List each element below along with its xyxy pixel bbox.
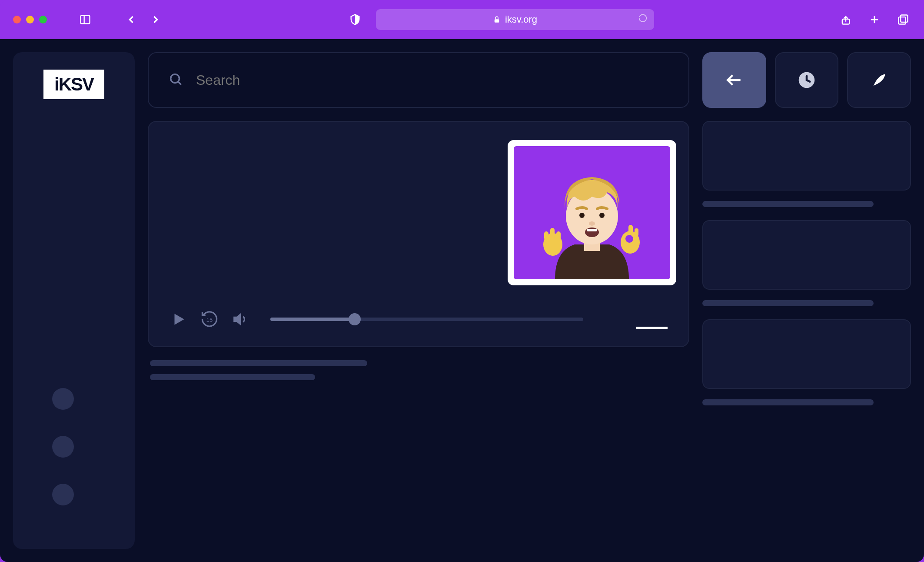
new-tab-button[interactable] [867, 12, 882, 27]
search-bar[interactable] [148, 52, 689, 108]
logo-text: iKSV [54, 74, 93, 95]
action-buttons [702, 52, 911, 108]
svg-rect-6 [901, 15, 907, 22]
back-button[interactable] [123, 12, 139, 27]
replay-button[interactable]: 15 [200, 310, 219, 329]
skeleton-line [150, 360, 367, 366]
compose-button[interactable] [847, 52, 911, 108]
sign-language-overlay[interactable] [508, 140, 676, 285]
search-input[interactable] [196, 72, 370, 88]
share-icon [840, 13, 852, 26]
svg-rect-20 [556, 231, 561, 240]
lock-icon [493, 16, 501, 23]
skeleton-line [702, 399, 874, 405]
share-button[interactable] [838, 12, 854, 27]
search-icon [168, 72, 183, 88]
sidebar: iKSV [13, 52, 135, 549]
volume-button[interactable] [232, 311, 249, 328]
video-info [148, 360, 689, 380]
window-controls [13, 16, 47, 23]
address-bar[interactable]: iksv.org [376, 9, 654, 30]
progress-fill [270, 318, 355, 321]
svg-rect-23 [628, 225, 633, 234]
sidebar-icon [79, 13, 91, 26]
refresh-icon [638, 13, 648, 23]
play-icon [170, 311, 187, 328]
volume-icon [232, 311, 249, 328]
close-window-button[interactable] [13, 16, 21, 23]
forward-button[interactable] [148, 12, 163, 27]
refresh-button[interactable] [638, 13, 648, 26]
back-action-button[interactable] [702, 52, 766, 108]
skeleton-line [702, 300, 874, 306]
svg-text:15: 15 [206, 317, 213, 323]
svg-point-8 [171, 74, 179, 83]
progress-thumb[interactable] [349, 313, 361, 325]
sidebar-toggle-button[interactable] [77, 12, 93, 27]
tabs-overview-button[interactable] [895, 12, 911, 27]
svg-point-13 [599, 213, 605, 218]
video-accent-line [636, 327, 668, 329]
browser-toolbar: iksv.org [0, 0, 924, 39]
right-column [702, 52, 911, 549]
svg-point-12 [579, 213, 585, 218]
svg-marker-25 [175, 314, 184, 324]
sidebar-item[interactable] [52, 484, 74, 505]
video-controls: 15 [162, 301, 675, 333]
chevron-left-icon [125, 13, 137, 26]
sidebar-item[interactable] [52, 436, 74, 458]
side-card[interactable] [702, 319, 911, 389]
signer-avatar-icon [531, 153, 653, 279]
sidebar-item[interactable] [52, 388, 74, 410]
maximize-window-button[interactable] [39, 16, 47, 23]
progress-bar[interactable] [270, 318, 583, 321]
svg-rect-7 [899, 17, 906, 24]
svg-rect-0 [81, 16, 90, 24]
replay-icon: 15 [200, 310, 219, 329]
svg-rect-18 [550, 228, 555, 238]
play-button[interactable] [170, 311, 187, 328]
svg-rect-19 [544, 231, 548, 240]
svg-point-14 [589, 221, 595, 226]
side-section [702, 121, 911, 207]
shield-icon [349, 13, 361, 26]
plus-icon [868, 13, 881, 26]
skeleton-line [150, 374, 315, 380]
sign-language-video [514, 146, 670, 279]
side-card[interactable] [702, 220, 911, 290]
svg-rect-24 [635, 228, 638, 236]
feather-icon [871, 71, 888, 89]
side-section [702, 220, 911, 306]
skeleton-line [702, 201, 874, 207]
privacy-shield-button[interactable] [347, 12, 363, 27]
arrow-left-icon [725, 70, 744, 90]
svg-line-9 [178, 82, 181, 85]
svg-rect-2 [495, 19, 499, 23]
sidebar-nav [26, 388, 122, 532]
video-player: 15 [148, 121, 689, 347]
minimize-window-button[interactable] [26, 16, 34, 23]
history-button[interactable] [775, 52, 839, 108]
url-text: iksv.org [505, 14, 537, 25]
app-container: iKSV [0, 39, 924, 562]
svg-rect-16 [587, 229, 597, 231]
chevron-right-icon [150, 13, 162, 26]
main-content: 15 [148, 52, 911, 549]
side-card[interactable] [702, 121, 911, 191]
svg-point-22 [625, 235, 633, 243]
clock-icon [797, 70, 816, 90]
side-section [702, 319, 911, 405]
svg-marker-27 [234, 314, 240, 324]
center-column: 15 [148, 52, 689, 549]
tabs-icon [897, 13, 909, 26]
logo[interactable]: iKSV [43, 70, 104, 99]
